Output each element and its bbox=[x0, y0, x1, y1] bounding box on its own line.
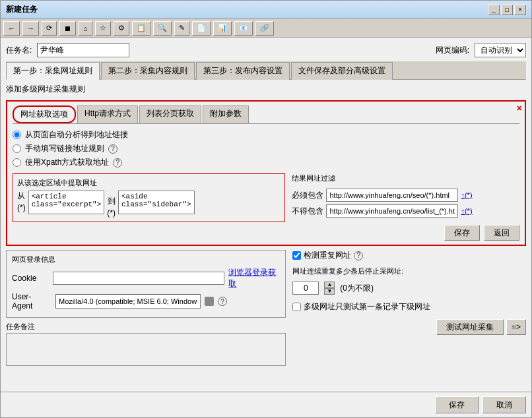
tab-step1[interactable]: 第一步：采集网址规则 bbox=[6, 62, 100, 80]
repeat-value-input[interactable] bbox=[292, 282, 319, 295]
filter-right: 结果网址过滤 必须包含 ↑(*) 不得包含 ↑(*) bbox=[292, 173, 519, 222]
from-code-box[interactable]: <article class="excerpt"> bbox=[28, 191, 105, 214]
xpath-help-icon[interactable]: ? bbox=[113, 158, 122, 167]
multi-level-row: 多级网址只测试第一条记录下级网址 bbox=[292, 301, 526, 313]
must-contain-input[interactable] bbox=[326, 189, 458, 202]
chart-toolbar-btn[interactable]: 📊 bbox=[213, 21, 232, 36]
search-toolbar-btn[interactable]: 🔍 bbox=[153, 21, 172, 36]
minimize-button[interactable]: _ bbox=[488, 5, 500, 15]
stop-toolbar-btn[interactable]: ⏹ bbox=[59, 21, 76, 36]
extract-left: 从该选定区域中提取网址 从 (*) <article class="excerp… bbox=[13, 173, 285, 222]
radio-manual: 手动填写链接地址规则 ? bbox=[13, 143, 519, 154]
notes-textarea[interactable] bbox=[6, 333, 286, 366]
sub-tab-pagination[interactable]: 列表分页获取 bbox=[139, 105, 201, 123]
manual-help-icon[interactable]: ? bbox=[108, 144, 117, 154]
to-star: (*) bbox=[107, 208, 116, 218]
main-tabs: 第一步：采集网址规则 第二步：采集内容规则 第三步：发布内容设置 文件保存及部分… bbox=[6, 61, 526, 80]
close-button[interactable]: × bbox=[514, 5, 526, 15]
arrow-button[interactable]: => bbox=[506, 319, 526, 335]
bottom-two-col: 网页登录信息 Cookie 浏览器登录获取 User-Agent ? bbox=[6, 250, 526, 386]
link-toolbar-btn[interactable]: 🔗 bbox=[255, 21, 274, 36]
user-agent-input[interactable] bbox=[55, 294, 201, 309]
radio-auto-label: 从页面自动分析得到地址链接 bbox=[25, 129, 128, 140]
must-not-contain-link[interactable]: ↑(*) bbox=[461, 207, 472, 215]
sub-tab-http[interactable]: Http请求方式 bbox=[77, 105, 138, 123]
right-options: 检测重复网址 ? 网址连续重复多少条后停止采网址: ▲ ▼ (0为不限) bbox=[292, 250, 526, 335]
refresh-toolbar-btn[interactable]: ⟳ bbox=[42, 21, 57, 36]
login-title: 网页登录信息 bbox=[12, 254, 280, 264]
doc-toolbar-btn[interactable]: 📄 bbox=[192, 21, 211, 36]
radio-xpath-input[interactable] bbox=[13, 158, 21, 167]
step1-panel: 添加多级网址采集规则 × 网址获取选项 Http请求方式 列表分页获取 附加参数… bbox=[6, 84, 526, 386]
browser-login-link[interactable]: 浏览器登录获取 bbox=[228, 267, 280, 289]
tab-step4[interactable]: 文件保存及部分高级设置 bbox=[291, 62, 393, 80]
extract-box: 从该选定区域中提取网址 从 (*) <article class="excerp… bbox=[13, 173, 285, 222]
from-label: 从 bbox=[17, 191, 25, 202]
check-duplicate-label: 检测重复网址 bbox=[304, 250, 351, 261]
duplicate-help-icon[interactable]: ? bbox=[354, 251, 363, 260]
radio-manual-label: 手动填写链接地址规则 bbox=[25, 143, 104, 154]
close-group-icon[interactable]: × bbox=[517, 103, 522, 113]
extract-title: 从该选定区域中提取网址 bbox=[17, 178, 281, 188]
repeat-hint: (0为不限) bbox=[340, 283, 374, 294]
user-agent-label: User-Agent bbox=[12, 292, 51, 311]
encoding-select[interactable]: 自动识别 UTF-8 GBK GB2312 bbox=[475, 43, 526, 57]
save-button[interactable]: 保存 bbox=[444, 225, 480, 241]
must-contain-label: 必须包含 bbox=[292, 190, 323, 201]
radio-manual-input[interactable] bbox=[13, 144, 21, 153]
notes-title: 任务备注 bbox=[6, 322, 286, 332]
multi-level-checkbox[interactable] bbox=[292, 303, 301, 311]
fav-toolbar-btn[interactable]: ☆ bbox=[95, 21, 111, 36]
must-not-contain-input[interactable] bbox=[326, 204, 458, 218]
sub-tab-url-options[interactable]: 网址获取选项 bbox=[13, 105, 76, 123]
to-label: 到 bbox=[108, 196, 116, 207]
bottom-bar: 保存 取消 bbox=[1, 392, 531, 417]
extract-filter-area: 从该选定区域中提取网址 从 (*) <article class="excerp… bbox=[13, 173, 519, 222]
cookie-row: Cookie 浏览器登录获取 bbox=[12, 267, 280, 289]
radio-xpath-label: 使用Xpath方式获取地址 bbox=[25, 157, 109, 168]
forward-toolbar-btn[interactable]: → bbox=[22, 21, 39, 36]
bottom-cancel-button[interactable]: 取消 bbox=[482, 396, 526, 413]
must-not-contain-row: 不得包含 ↑(*) bbox=[292, 204, 519, 218]
extract-row: 从 (*) <article class="excerpt"> 到 (*) bbox=[17, 191, 281, 218]
settings-toolbar-btn[interactable]: ⚙ bbox=[114, 21, 129, 36]
url-rules-group: × 网址获取选项 Http请求方式 列表分页获取 附加参数 从页面自动分析得到地… bbox=[6, 100, 526, 246]
test-url-button[interactable]: 测试网址采集 bbox=[436, 319, 504, 335]
repeat-value-row: ▲ ▼ (0为不限) bbox=[292, 282, 526, 295]
radio-auto-input[interactable] bbox=[13, 131, 21, 139]
maximize-button[interactable]: □ bbox=[501, 5, 513, 15]
task-name-label: 任务名: bbox=[6, 45, 32, 56]
to-code-box[interactable]: <aside class="sidebar"> bbox=[118, 191, 195, 214]
title-bar-buttons: _ □ × bbox=[488, 5, 526, 15]
must-contain-link[interactable]: ↑(*) bbox=[461, 191, 472, 199]
ua-icon bbox=[205, 297, 214, 306]
repeat-spinner: ▲ ▼ bbox=[324, 282, 335, 295]
home-toolbar-btn[interactable]: ⌂ bbox=[79, 21, 92, 36]
check-duplicate-checkbox[interactable] bbox=[292, 251, 301, 260]
encoding-label: 网页编码: bbox=[436, 45, 469, 56]
sub-tab-params[interactable]: 附加参数 bbox=[203, 105, 249, 123]
main-window: 新建任务 _ □ × ← → ⟳ ⏹ ⌂ ☆ ⚙ 📋 🔍 ✎ 📄 📊 📧 🔗 任… bbox=[0, 0, 532, 418]
test-row: 测试网址采集 => bbox=[292, 319, 526, 335]
ua-help-icon[interactable]: ? bbox=[218, 297, 227, 306]
spinner-down[interactable]: ▼ bbox=[324, 288, 335, 295]
main-content: 任务名: 网页编码: 自动识别 UTF-8 GBK GB2312 第一步：采集网… bbox=[1, 38, 531, 392]
from-star: (*) bbox=[17, 203, 26, 212]
back-button[interactable]: 返回 bbox=[484, 225, 519, 241]
mail-toolbar-btn[interactable]: 📧 bbox=[234, 21, 253, 36]
task-name-input[interactable] bbox=[37, 43, 129, 57]
url-method-radio-group: 从页面自动分析得到地址链接 手动填写链接地址规则 ? 使用Xpath方式获取地址… bbox=[13, 129, 519, 168]
copy-toolbar-btn[interactable]: 📋 bbox=[132, 21, 150, 36]
edit-toolbar-btn[interactable]: ✎ bbox=[174, 21, 189, 36]
spinner-up[interactable]: ▲ bbox=[324, 282, 335, 288]
top-form-row: 任务名: 网页编码: 自动识别 UTF-8 GBK GB2312 bbox=[6, 43, 526, 57]
back-toolbar-btn[interactable]: ← bbox=[3, 21, 20, 36]
radio-auto: 从页面自动分析得到地址链接 bbox=[13, 129, 519, 140]
tab-step2[interactable]: 第二步：采集内容规则 bbox=[101, 62, 195, 80]
bottom-save-button[interactable]: 保存 bbox=[435, 396, 479, 413]
cookie-label: Cookie bbox=[12, 274, 49, 283]
to-col: 到 (*) bbox=[107, 196, 116, 218]
cookie-input[interactable] bbox=[53, 272, 225, 285]
to-arrow: 到 (*) bbox=[107, 191, 116, 218]
tab-step3[interactable]: 第三步：发布内容设置 bbox=[196, 62, 290, 80]
